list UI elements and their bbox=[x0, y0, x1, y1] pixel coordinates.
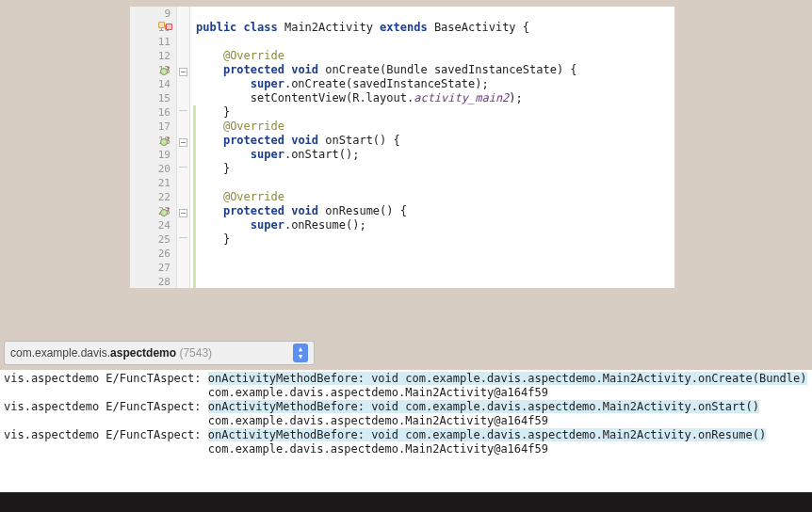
class-icon bbox=[158, 25, 171, 31]
code-line[interactable]: } bbox=[196, 162, 674, 176]
code-line[interactable] bbox=[196, 7, 674, 21]
code-line[interactable] bbox=[196, 35, 674, 49]
fold-toggle-icon[interactable] bbox=[179, 68, 187, 76]
code-line[interactable]: protected void onCreate(Bundle savedInst… bbox=[196, 63, 674, 77]
fold-end-icon bbox=[179, 110, 187, 119]
code-line[interactable]: super.onResume(); bbox=[196, 218, 674, 232]
log-line[interactable]: vis.aspectdemo E/FuncTAspect: onActivity… bbox=[4, 428, 808, 442]
line-number[interactable]: 28 bbox=[130, 275, 176, 289]
fold-toggle-icon[interactable] bbox=[179, 138, 187, 147]
process-filter-label: com.example.davis.aspectdemo (7543) bbox=[10, 346, 293, 360]
code-area[interactable]: public class Main2Activity extends BaseA… bbox=[190, 7, 674, 288]
code-line[interactable]: @Override bbox=[196, 49, 674, 63]
overrides-icon[interactable] bbox=[160, 66, 169, 74]
code-line[interactable] bbox=[196, 247, 674, 261]
fold-toggle-icon[interactable] bbox=[179, 209, 187, 217]
code-line[interactable] bbox=[196, 275, 674, 288]
line-number[interactable]: 23 bbox=[130, 204, 176, 218]
line-number[interactable]: 17 bbox=[130, 120, 176, 134]
code-editor[interactable]: 910111213141516171819202122232425262728 … bbox=[130, 7, 674, 288]
code-line[interactable] bbox=[196, 261, 674, 275]
bottom-strip bbox=[0, 492, 812, 512]
line-number[interactable]: 14 bbox=[130, 77, 176, 91]
log-line[interactable]: vis.aspectdemo E/FuncTAspect: onActivity… bbox=[4, 372, 808, 386]
overrides-icon[interactable] bbox=[160, 136, 169, 145]
code-line[interactable]: public class Main2Activity extends BaseA… bbox=[196, 21, 674, 35]
code-line[interactable]: super.onStart(); bbox=[196, 148, 674, 162]
code-line[interactable]: } bbox=[196, 232, 674, 247]
log-line[interactable]: com.example.davis.aspectdemo.Main2Activi… bbox=[4, 386, 808, 400]
line-number[interactable]: 10 bbox=[130, 21, 176, 35]
line-number[interactable]: 18 bbox=[130, 134, 176, 148]
log-line[interactable]: com.example.davis.aspectdemo.Main2Activi… bbox=[4, 414, 808, 428]
code-line[interactable]: @Override bbox=[196, 120, 674, 134]
line-number[interactable]: 12 bbox=[130, 49, 176, 63]
code-line[interactable]: } bbox=[196, 105, 674, 120]
code-line[interactable]: protected void onResume() { bbox=[196, 204, 674, 218]
line-number[interactable]: 11 bbox=[130, 35, 176, 49]
logcat-output[interactable]: vis.aspectdemo E/FuncTAspect: onActivity… bbox=[0, 370, 812, 492]
line-number[interactable]: 27 bbox=[130, 261, 176, 275]
line-number[interactable]: 20 bbox=[130, 162, 176, 176]
fold-strip[interactable] bbox=[177, 7, 190, 288]
line-number[interactable]: 25 bbox=[130, 232, 176, 247]
code-line[interactable]: @Override bbox=[196, 190, 674, 204]
code-line[interactable]: setContentView(R.layout.activity_main2); bbox=[196, 91, 674, 105]
line-number[interactable]: 21 bbox=[130, 176, 176, 190]
line-number[interactable]: 24 bbox=[130, 218, 176, 232]
fold-end-icon bbox=[179, 167, 187, 175]
line-number-gutter[interactable]: 910111213141516171819202122232425262728 bbox=[130, 7, 177, 288]
line-number[interactable]: 13 bbox=[130, 63, 176, 77]
line-number[interactable]: 15 bbox=[130, 91, 176, 105]
line-number[interactable]: 19 bbox=[130, 148, 176, 162]
overrides-icon[interactable] bbox=[160, 207, 169, 216]
line-number[interactable]: 16 bbox=[130, 105, 176, 120]
line-number[interactable]: 22 bbox=[130, 190, 176, 204]
stepper-icon[interactable]: ▲▼ bbox=[293, 344, 308, 362]
code-line[interactable]: protected void onStart() { bbox=[196, 134, 674, 148]
code-line[interactable] bbox=[196, 176, 674, 190]
log-line[interactable]: vis.aspectdemo E/FuncTAspect: onActivity… bbox=[4, 400, 808, 414]
fold-end-icon bbox=[179, 237, 187, 246]
line-number[interactable]: 9 bbox=[130, 7, 176, 21]
code-line[interactable]: super.onCreate(savedInstanceState); bbox=[196, 77, 674, 91]
log-line[interactable]: com.example.davis.aspectdemo.Main2Activi… bbox=[4, 442, 808, 456]
process-filter-dropdown[interactable]: com.example.davis.aspectdemo (7543) ▲▼ bbox=[4, 341, 315, 365]
line-number[interactable]: 26 bbox=[130, 247, 176, 261]
